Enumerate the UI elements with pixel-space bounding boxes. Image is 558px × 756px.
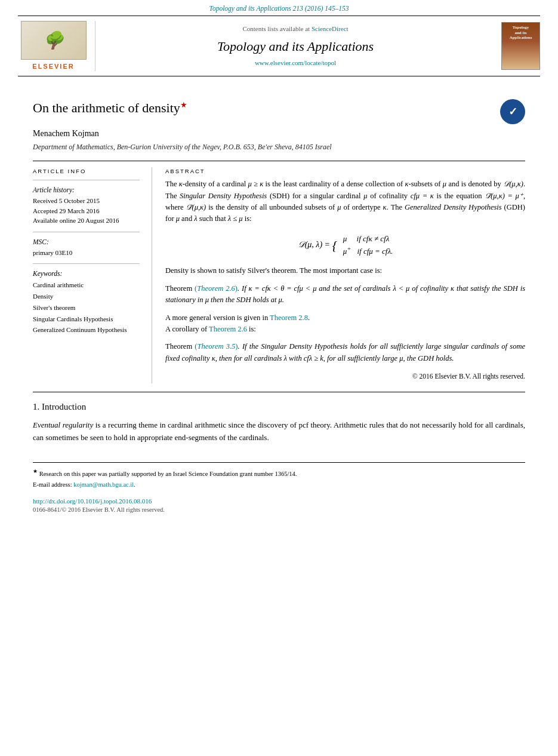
theorem-2-block: Theorem (Theorem 3.5). If the Singular D… (165, 341, 525, 364)
abstract-paragraph-1: The κ-density of a cardinal μ ≥ κ is the… (165, 179, 525, 225)
paper-title: On the arithmetic of density★ (33, 99, 491, 118)
elsevier-brand-text: ELSEVIER (32, 62, 74, 71)
theorem-1-ref[interactable]: (Theorem 2.6) (195, 284, 238, 293)
journal-cover-title: Topologyand itsApplications (510, 25, 532, 40)
keywords-label: Keywords: (33, 269, 140, 278)
article-history: Article history: Received 5 October 2015… (33, 185, 140, 226)
article-info-label: ARTICLE INFO (33, 167, 140, 175)
journal-url[interactable]: www.elsevier.com/locate/topol (255, 59, 336, 67)
paper-title-row: On the arithmetic of density★ (33, 99, 525, 124)
section-1-paragraph: Eventual regularity is a recurring theme… (33, 419, 525, 444)
main-content: On the arithmetic of density★ Menachem K… (0, 76, 558, 526)
theorem-2-6-ref-2[interactable]: Theorem 2.6 (209, 325, 247, 333)
more-general-line: A more general version is given in Theor… (165, 312, 525, 336)
journal-thumbnail: Topologyand itsApplications (495, 21, 540, 71)
accepted-date: Accepted 29 March 2016 (33, 206, 140, 216)
journal-cover-image: Topologyand itsApplications (501, 22, 540, 70)
doi-link[interactable]: http://dx.doi.org/10.1016/j.topol.2016.0… (33, 497, 525, 506)
keywords-group: Keywords: Cardinal arithmetic Density Si… (33, 269, 140, 336)
email-link[interactable]: kojman@math.bgu.ac.il (73, 481, 134, 488)
info-divider-3 (33, 263, 140, 264)
keyword-2: Density (33, 291, 140, 302)
author-name: Menachem Kojman (33, 128, 525, 140)
section-1-heading: 1. Introduction (33, 401, 525, 413)
publisher-logo: ELSEVIER (18, 21, 95, 71)
title-footnote-mark: ★ (180, 100, 187, 109)
keywords-list: Cardinal arithmetic Density Silver's the… (33, 279, 140, 335)
msc-group: MSC: primary 03E10 (33, 237, 140, 258)
contents-available-label: Contents lists available at ScienceDirec… (242, 24, 348, 33)
article-body: ARTICLE INFO Article history: Received 5… (33, 167, 525, 383)
doi-copyright: 0166-8641/© 2016 Elsevier B.V. All right… (33, 506, 525, 515)
journal-info-center: Contents lists available at ScienceDirec… (95, 21, 495, 71)
math-formula: 𝒟(μ, λ) = { μ if cfκ ≠ cfλ μ+ if cfμ = c… (298, 233, 393, 257)
journal-header: ELSEVIER Contents lists available at Sci… (18, 16, 540, 76)
keyword-1: Cardinal arithmetic (33, 279, 140, 291)
abstract-label: ABSTRACT (165, 167, 525, 175)
theorem-1-label: Theorem (165, 284, 192, 293)
history-label: Article history: (33, 185, 140, 195)
keyword-4: Singular Cardinals Hypothesis (33, 314, 140, 325)
crossmark-badge (500, 99, 525, 124)
section-1-number: 1. (33, 402, 39, 411)
eventual-regularity-phrase: Eventual regularity (33, 420, 93, 429)
received-date: Received 5 October 2015 (33, 196, 140, 206)
msc-value: primary 03E10 (33, 248, 140, 258)
math-formula-block: 𝒟(μ, λ) = { μ if cfκ ≠ cfλ μ+ if cfμ = c… (165, 233, 525, 257)
theorem-2-label: Theorem (165, 342, 192, 351)
footnote-area: ★ Research on this paper was partially s… (33, 462, 525, 490)
author-affiliation: Department of Mathematics, Ben-Gurion Un… (33, 142, 525, 152)
theorem-3-5-ref[interactable]: (Theorem 3.5) (195, 342, 238, 351)
sciencedirect-link[interactable]: ScienceDirect (312, 25, 349, 32)
info-divider-2 (33, 232, 140, 232)
journal-title: Topology and its Applications (217, 38, 374, 56)
copyright-line: © 2016 Elsevier B.V. All rights reserved… (165, 371, 525, 381)
available-date: Available online 20 August 2016 (33, 216, 140, 226)
keyword-5: Generalized Continuum Hypothesis (33, 324, 140, 336)
article-info-column: ARTICLE INFO Article history: Received 5… (33, 167, 152, 383)
theorem-1-block: Theorem (Theorem 2.6). If κ = cfκ < θ = … (165, 283, 525, 306)
full-divider-1 (33, 392, 525, 392)
theorem-2-8-ref[interactable]: Theorem 2.8 (270, 314, 308, 322)
journal-citation: Topology and its Applications 213 (2016)… (0, 0, 558, 16)
info-divider-1 (33, 180, 140, 180)
section-divider-1 (33, 161, 525, 161)
doi-area: http://dx.doi.org/10.1016/j.topol.2016.0… (33, 497, 525, 515)
msc-label: MSC: (33, 237, 140, 247)
footnote-star: ★ Research on this paper was partially s… (33, 468, 525, 478)
abstract-paragraph-2: Density is shown to satisfy Silver's the… (165, 265, 525, 276)
abstract-column: ABSTRACT The κ-density of a cardinal μ ≥… (152, 167, 525, 383)
elsevier-logo-image (21, 21, 87, 60)
keyword-3: Silver's theorem (33, 302, 140, 314)
section-1-title: Introduction (42, 402, 86, 411)
footnote-email: E-mail address: kojman@math.bgu.ac.il. (33, 480, 525, 490)
